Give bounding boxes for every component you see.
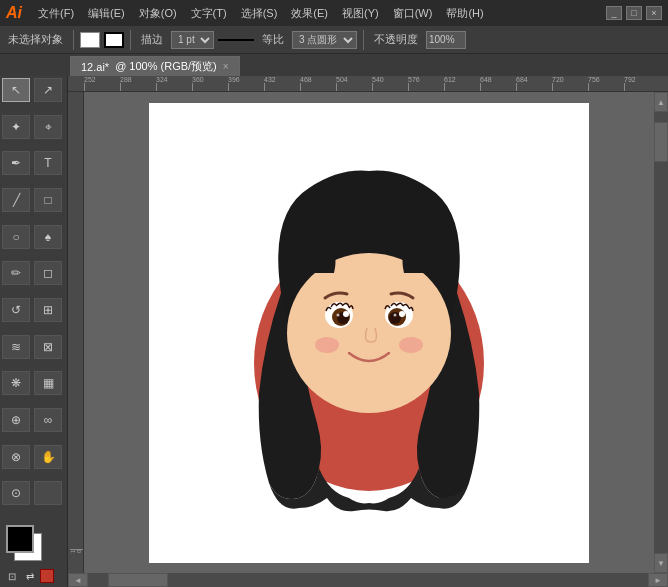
ruler-mark-792: 792	[624, 76, 660, 91]
stroke-width-select[interactable]: 1 pt	[171, 31, 214, 49]
menu-edit[interactable]: 编辑(E)	[82, 4, 131, 23]
warp-tool[interactable]: ≋	[2, 335, 30, 359]
right-blush	[399, 337, 423, 353]
scrollbar-right[interactable]: ▲ ▼	[654, 92, 668, 573]
toolbox-grid: ↖ ↗ ✦ ⌖ ✒ T ╱ □ ○ ♠ ✏ ◻ ↺ ⊞ ≋ ⊠ ❋ ▦	[0, 76, 67, 519]
selection-label: 未选择对象	[4, 32, 67, 47]
tab-filename: 12.ai*	[81, 61, 109, 73]
menu-view[interactable]: 视图(Y)	[336, 4, 385, 23]
stroke-label: 描边	[137, 32, 167, 47]
svg-point-10	[399, 311, 405, 317]
foreground-color-box[interactable]	[6, 525, 34, 553]
scale-tool[interactable]: ⊞	[34, 298, 62, 322]
menu-help[interactable]: 帮助(H)	[440, 4, 489, 23]
rect-tool[interactable]: □	[34, 188, 62, 212]
opacity-input[interactable]	[426, 31, 466, 49]
right-eye	[385, 302, 413, 328]
tab-bar: 12.ai* @ 100% (RGB/预览) ×	[0, 54, 668, 76]
canvas-area-wrapper: 1 0 8 2 2 5 3 0 3 5 4 0 4 5 5 0 5	[68, 92, 668, 573]
ruler-mark-396: 396	[228, 76, 264, 91]
camera-tool[interactable]: ⊗	[2, 445, 30, 469]
document-tab[interactable]: 12.ai* @ 100% (RGB/预览) ×	[70, 56, 240, 76]
divider-2	[130, 30, 131, 50]
canvas-scroll[interactable]	[84, 92, 654, 573]
magic-wand-tool[interactable]: ✦	[2, 115, 30, 139]
eyedropper-tool[interactable]: ⊕	[2, 408, 30, 432]
hand-tool[interactable]: ✋	[34, 445, 62, 469]
scroll-thumb-bottom[interactable]	[108, 573, 168, 587]
svg-point-11	[394, 313, 397, 316]
tab-info: @ 100% (RGB/预览)	[115, 59, 217, 74]
default-colors-button[interactable]: ⊡	[4, 569, 20, 583]
rotate-tool[interactable]: ↺	[2, 298, 30, 322]
toolbox: ↖ ↗ ✦ ⌖ ✒ T ╱ □ ○ ♠ ✏ ◻ ↺ ⊞ ≋ ⊠ ❋ ▦	[0, 76, 68, 587]
zoom-tool[interactable]: ⊙	[2, 481, 30, 505]
ratio-label: 等比	[258, 32, 288, 47]
shape-select[interactable]: 3 点圆形	[292, 31, 357, 49]
divider-1	[73, 30, 74, 50]
scroll-down-button[interactable]: ▼	[654, 553, 668, 573]
ruler-mark-252: 252	[84, 76, 120, 91]
menu-object[interactable]: 对象(O)	[133, 4, 183, 23]
toolbar: 未选择对象 描边 1 pt 等比 3 点圆形 不透明度	[0, 26, 668, 54]
scroll-up-button[interactable]: ▲	[654, 92, 668, 112]
ruler-mark-288: 288	[120, 76, 156, 91]
scroll-thumb-right[interactable]	[654, 122, 668, 162]
menu-type[interactable]: 文字(T)	[185, 4, 233, 23]
none-color-button[interactable]	[40, 569, 54, 583]
symbol-tool[interactable]: ❋	[2, 371, 30, 395]
ruler-mark-432: 432	[264, 76, 300, 91]
divider-3	[363, 30, 364, 50]
menu-file[interactable]: 文件(F)	[32, 4, 80, 23]
close-button[interactable]: ×	[646, 6, 662, 20]
free-transform-tool[interactable]: ⊠	[34, 335, 62, 359]
ruler-mark-720: 720	[552, 76, 588, 91]
ruler-mark-504: 504	[336, 76, 372, 91]
stroke-swatch[interactable]	[104, 32, 124, 48]
left-blush	[315, 337, 339, 353]
ruler-top: 252 288 324 360 396	[68, 76, 668, 92]
ruler-mark-576: 576	[408, 76, 444, 91]
menu-window[interactable]: 窗口(W)	[387, 4, 439, 23]
ruler-mark-540: 540	[372, 76, 408, 91]
maximize-button[interactable]: □	[626, 6, 642, 20]
blend-tool[interactable]: ∞	[34, 408, 62, 432]
chart-tool[interactable]: ▦	[34, 371, 62, 395]
color-icons-row: ⊡ ⇄	[4, 569, 54, 583]
lasso-tool[interactable]: ⌖	[34, 115, 62, 139]
ruler-top-marks: 252 288 324 360 396	[84, 76, 660, 91]
pen-tool[interactable]: ✒	[2, 151, 30, 175]
scrollbar-bottom[interactable]: ◄ ►	[68, 573, 668, 587]
tab-close-button[interactable]: ×	[223, 61, 229, 72]
direct-selection-tool[interactable]: ↗	[34, 78, 62, 102]
svg-point-6	[337, 313, 340, 316]
ruler-left: 1 0 8 2 2 5 3 0 3 5 4 0 4 5 5 0 5	[68, 92, 84, 573]
ruler-mark-648: 648	[480, 76, 516, 91]
window-controls: _ □ ×	[606, 6, 662, 20]
pencil-tool[interactable]: ✏	[2, 261, 30, 285]
color-boxes	[4, 523, 54, 565]
artboard	[149, 103, 589, 563]
eraser-tool[interactable]: ◻	[34, 261, 62, 285]
fill-swatch[interactable]	[80, 32, 100, 48]
empty-tool	[34, 481, 62, 505]
ruler-mark-324: 324	[156, 76, 192, 91]
line-tool[interactable]: ╱	[2, 188, 30, 212]
scroll-track-bottom[interactable]	[88, 573, 648, 587]
ruler-mark-612: 612	[444, 76, 480, 91]
type-tool[interactable]: T	[34, 151, 62, 175]
menu-select[interactable]: 选择(S)	[235, 4, 284, 23]
scroll-left-button[interactable]: ◄	[68, 573, 88, 587]
swap-colors-button[interactable]: ⇄	[22, 569, 38, 583]
minimize-button[interactable]: _	[606, 6, 622, 20]
menu-effect[interactable]: 效果(E)	[285, 4, 334, 23]
scroll-track-right[interactable]	[654, 112, 668, 553]
svg-point-5	[343, 311, 349, 317]
brush-tool[interactable]: ♠	[34, 225, 62, 249]
ruler-mark-756: 756	[588, 76, 624, 91]
ruler-mark-360: 360	[192, 76, 228, 91]
selection-tool[interactable]: ↖	[2, 78, 30, 102]
scroll-right-button[interactable]: ►	[648, 573, 668, 587]
ellipse-tool[interactable]: ○	[2, 225, 30, 249]
canvas-container: 252 288 324 360 396	[68, 76, 668, 587]
